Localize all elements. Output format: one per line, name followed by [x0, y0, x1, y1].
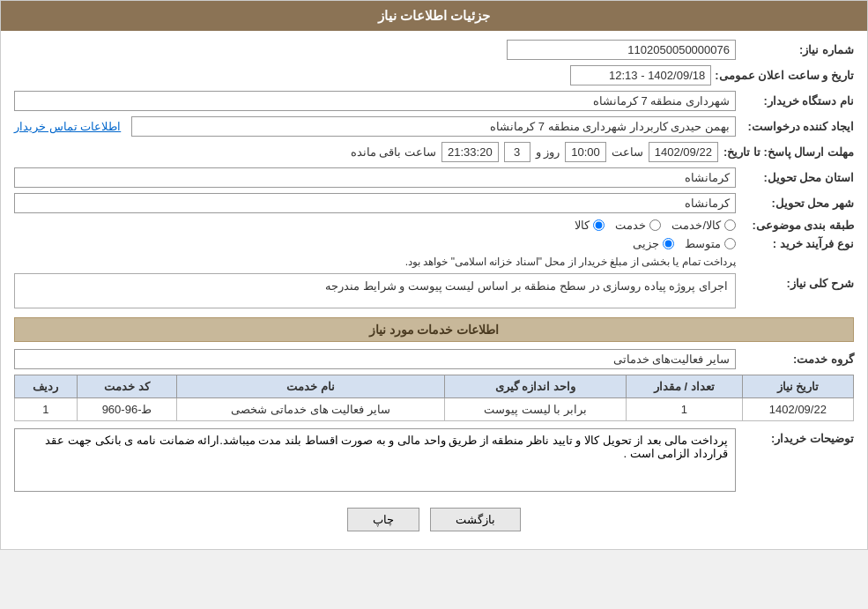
remaining-days: 3	[504, 142, 530, 162]
city-value: کرمانشاه	[14, 193, 736, 213]
page-container: جزئیات اطلاعات نیاز شماره نیاز: 11020500…	[0, 0, 868, 550]
process-note-row: پرداخت تمام یا بخشی از مبلغ خریدار از مح…	[14, 256, 854, 268]
category-kala-label: کالا	[575, 219, 590, 232]
need-description-section: شرح کلی نیاز: اجرای پروژه پیاده روسازی د…	[14, 273, 854, 308]
bottom-buttons: بازگشت چاپ	[14, 508, 854, 531]
cell-code: ط-96-960	[77, 398, 177, 421]
process-row: نوع فرآیند خرید : متوسط جزیی	[14, 237, 854, 250]
process-radio-group: متوسط جزیی	[633, 237, 736, 250]
category-khedmat-radio[interactable]	[649, 219, 661, 231]
creator-row: ایجاد کننده درخواست: بهمن حیدری کاربردار…	[14, 116, 854, 137]
process-motevaset-label: متوسط	[685, 237, 721, 250]
cell-row: 1	[15, 398, 78, 421]
process-label: نوع فرآیند خرید :	[739, 237, 854, 250]
buyer-notes-section: توضیحات خریدار:	[14, 428, 854, 494]
process-motevaset-item: متوسط	[685, 237, 736, 250]
creator-label: ایجاد کننده درخواست:	[739, 120, 854, 133]
need-description-value: اجرای پروژه پیاده روسازی در سطح منطقه بر…	[14, 273, 736, 308]
print-button[interactable]: چاپ	[347, 508, 419, 531]
need-number-row: شماره نیاز: 1102050050000076	[14, 40, 854, 60]
city-label: شهر محل تحویل:	[739, 197, 854, 210]
province-value: کرمانشاه	[14, 167, 736, 188]
province-label: استان محل تحویل:	[739, 171, 854, 184]
deadline-label: مهلت ارسال پاسخ: تا تاریخ:	[723, 145, 854, 159]
contact-link[interactable]: اطلاعات تماس خریدار	[14, 120, 121, 133]
buyer-org-label: نام دستگاه خریدار:	[739, 94, 854, 108]
need-description-label: شرح کلی نیاز:	[739, 273, 854, 290]
process-note: پرداخت تمام یا بخشی از مبلغ خریدار از مح…	[405, 256, 736, 268]
col-row: ردیف	[15, 375, 78, 398]
deadline-time: 10:00	[565, 142, 606, 162]
need-number-value: 1102050050000076	[507, 40, 736, 60]
buyer-notes-textarea[interactable]	[14, 428, 736, 492]
category-khedmat-label: خدمت	[615, 219, 646, 232]
main-content: شماره نیاز: 1102050050000076 تاریخ و ساع…	[1, 31, 867, 549]
buyer-org-value: شهرداری منطقه 7 کرمانشاه	[14, 91, 736, 111]
category-kala-khedmat-radio[interactable]	[724, 219, 736, 231]
col-date: تاریخ نیاز	[742, 375, 853, 398]
page-header: جزئیات اطلاعات نیاز	[1, 1, 867, 31]
category-kala-item: کالا	[575, 219, 605, 232]
services-header: اطلاعات خدمات مورد نیاز	[14, 317, 854, 342]
cell-count: 1	[626, 398, 742, 421]
category-label: طبقه بندی موضوعی:	[739, 219, 854, 232]
buyer-org-row: نام دستگاه خریدار: شهرداری منطقه 7 کرمان…	[14, 91, 854, 111]
service-group-row: گروه خدمت: سایر فعالیت‌های خدماتی	[14, 349, 854, 369]
category-radio-group: کالا/خدمت خدمت کالا	[575, 219, 736, 232]
col-count: تعداد / مقدار	[626, 375, 742, 398]
col-unit: واحد اندازه گیری	[444, 375, 626, 398]
services-table: تاریخ نیاز تعداد / مقدار واحد اندازه گیر…	[14, 375, 854, 421]
cell-unit: برابر با لیست پیوست	[444, 398, 626, 421]
deadline-row: مهلت ارسال پاسخ: تا تاریخ: 1402/09/22 سا…	[14, 142, 854, 162]
process-jozi-item: جزیی	[633, 237, 674, 250]
category-kala-khedmat-label: کالا/خدمت	[671, 219, 721, 232]
need-description-content: اجرای پروژه پیاده روسازی در سطح منطقه بر…	[14, 273, 736, 308]
table-header-row: تاریخ نیاز تعداد / مقدار واحد اندازه گیر…	[15, 375, 854, 398]
buyer-notes-content	[14, 428, 736, 494]
category-khedmat-item: خدمت	[615, 219, 661, 232]
buyer-notes-label: توضیحات خریدار:	[739, 428, 854, 445]
cell-name: سایر فعالیت های خدماتی شخصی	[177, 398, 445, 421]
back-button[interactable]: بازگشت	[430, 508, 521, 531]
category-kala-khedmat-item: کالا/خدمت	[671, 219, 736, 232]
remaining-time: 21:33:20	[441, 142, 499, 162]
remaining-time-label: ساعت باقی مانده	[351, 145, 436, 159]
service-group-value: سایر فعالیت‌های خدماتی	[14, 349, 736, 369]
province-row: استان محل تحویل: کرمانشاه	[14, 167, 854, 188]
announce-row: تاریخ و ساعت اعلان عمومی: 1402/09/18 - 1…	[14, 65, 854, 85]
page-title: جزئیات اطلاعات نیاز	[378, 8, 490, 23]
creator-value: بهمن حیدری کاربردار شهرداری منطقه 7 کرما…	[131, 116, 736, 137]
deadline-time-label: ساعت	[612, 145, 643, 159]
process-motevaset-radio[interactable]	[724, 238, 736, 249]
city-row: شهر محل تحویل: کرمانشاه	[14, 193, 854, 213]
category-row: طبقه بندی موضوعی: کالا/خدمت خدمت کالا	[14, 219, 854, 232]
process-jozi-label: جزیی	[633, 237, 659, 250]
col-code: کد خدمت	[77, 375, 177, 398]
announce-value: 1402/09/18 - 12:13	[570, 65, 711, 85]
cell-date: 1402/09/22	[742, 398, 853, 421]
remaining-day-label: روز و	[536, 145, 560, 159]
need-number-label: شماره نیاز:	[739, 43, 854, 56]
service-group-label: گروه خدمت:	[739, 353, 854, 366]
deadline-date: 1402/09/22	[649, 142, 718, 162]
category-kala-radio[interactable]	[593, 219, 605, 231]
process-jozi-radio[interactable]	[663, 238, 674, 249]
announce-label: تاریخ و ساعت اعلان عمومی:	[715, 69, 854, 82]
col-name: نام خدمت	[177, 375, 445, 398]
table-row: 1402/09/22 1 برابر با لیست پیوست سایر فع…	[15, 398, 854, 421]
